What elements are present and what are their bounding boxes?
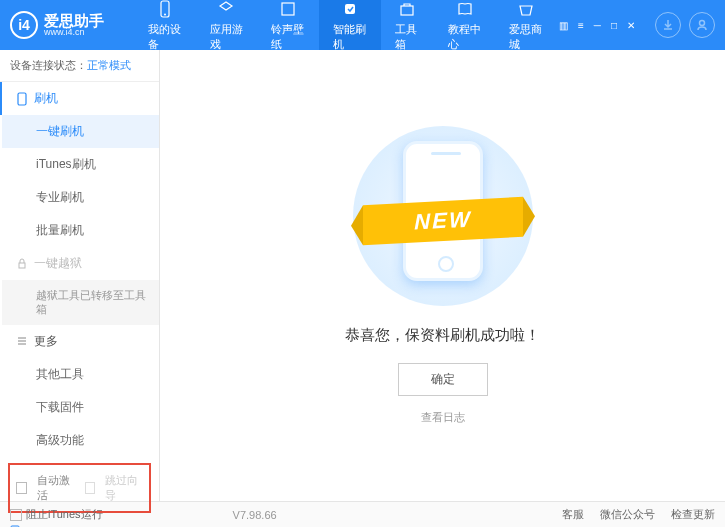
options-row: 自动激活 跳过向导	[8, 463, 151, 513]
toolbox-icon	[397, 0, 417, 19]
sidebar-item-advanced[interactable]: 高级功能	[2, 424, 159, 457]
menu-icon[interactable]: ≡	[576, 18, 586, 33]
top-nav: 我的设备 应用游戏 铃声壁纸 智能刷机 工具箱 教程中心 爱思商城	[134, 0, 557, 58]
success-illustration: NEW	[353, 126, 533, 306]
titlebar: i4 爱思助手 www.i4.cn 我的设备 应用游戏 铃声壁纸 智能刷机 工具…	[0, 0, 725, 50]
phone-icon	[155, 0, 175, 19]
block-itunes-label: 阻止iTunes运行	[26, 507, 103, 522]
sidebar: 设备连接状态：正常模式 刷机 一键刷机 iTunes刷机 专业刷机 批量刷机 一…	[0, 50, 160, 501]
sidebar-header-jailbreak: 一键越狱	[2, 247, 159, 280]
minimize-icon[interactable]: ─	[592, 18, 603, 33]
svg-rect-3	[345, 4, 355, 14]
footer-wechat[interactable]: 微信公众号	[600, 507, 655, 522]
footer-support[interactable]: 客服	[562, 507, 584, 522]
lock-icon	[16, 258, 28, 270]
store-icon	[516, 0, 536, 19]
jailbreak-note: 越狱工具已转移至工具箱	[2, 280, 159, 325]
skin-icon[interactable]: ▥	[557, 18, 570, 33]
ok-button[interactable]: 确定	[398, 363, 488, 396]
sidebar-item-oneclick[interactable]: 一键刷机	[2, 115, 159, 148]
wallpaper-icon	[278, 0, 298, 19]
flash-icon	[340, 0, 360, 19]
app-subtitle: www.i4.cn	[44, 28, 104, 37]
new-ribbon: NEW	[363, 197, 523, 245]
more-icon	[16, 335, 28, 347]
view-log-link[interactable]: 查看日志	[421, 410, 465, 425]
svg-point-1	[164, 13, 166, 15]
sidebar-item-firmware[interactable]: 下载固件	[2, 391, 159, 424]
phone-icon	[16, 92, 28, 106]
sidebar-item-other[interactable]: 其他工具	[2, 358, 159, 391]
version-label: V7.98.66	[233, 509, 277, 521]
apps-icon	[216, 0, 236, 19]
user-button[interactable]	[689, 12, 715, 38]
footer-update[interactable]: 检查更新	[671, 507, 715, 522]
book-icon	[455, 0, 475, 19]
svg-rect-2	[282, 3, 294, 15]
nav-store[interactable]: 爱思商城	[495, 0, 557, 58]
nav-apps[interactable]: 应用游戏	[196, 0, 258, 58]
sidebar-item-pro[interactable]: 专业刷机	[2, 181, 159, 214]
nav-toolbox[interactable]: 工具箱	[381, 0, 434, 58]
main-content: NEW 恭喜您，保资料刷机成功啦！ 确定 查看日志	[160, 50, 725, 501]
svg-point-5	[700, 21, 705, 26]
window-controls: ▥ ≡ ─ □ ✕	[557, 12, 715, 38]
nav-ringtones[interactable]: 铃声壁纸	[257, 0, 319, 58]
sidebar-header-more[interactable]: 更多	[2, 325, 159, 358]
app-title: 爱思助手	[44, 13, 104, 28]
auto-activate-checkbox[interactable]	[16, 482, 27, 494]
logo-icon: i4	[10, 11, 38, 39]
skip-guide-checkbox[interactable]	[85, 482, 96, 494]
download-button[interactable]	[655, 12, 681, 38]
svg-rect-4	[401, 6, 413, 15]
sidebar-header-flash[interactable]: 刷机	[0, 82, 159, 115]
sidebar-item-itunes[interactable]: iTunes刷机	[2, 148, 159, 181]
nav-tutorial[interactable]: 教程中心	[434, 0, 496, 58]
app-logo: i4 爱思助手 www.i4.cn	[10, 11, 104, 39]
success-message: 恭喜您，保资料刷机成功啦！	[345, 326, 540, 345]
nav-my-device[interactable]: 我的设备	[134, 0, 196, 58]
connection-status: 设备连接状态：正常模式	[0, 50, 159, 82]
svg-rect-6	[18, 93, 26, 105]
svg-rect-7	[19, 263, 25, 268]
close-icon[interactable]: ✕	[625, 18, 637, 33]
block-itunes-checkbox[interactable]	[10, 509, 22, 521]
sidebar-item-batch[interactable]: 批量刷机	[2, 214, 159, 247]
maximize-icon[interactable]: □	[609, 18, 619, 33]
nav-flash[interactable]: 智能刷机	[319, 0, 381, 58]
